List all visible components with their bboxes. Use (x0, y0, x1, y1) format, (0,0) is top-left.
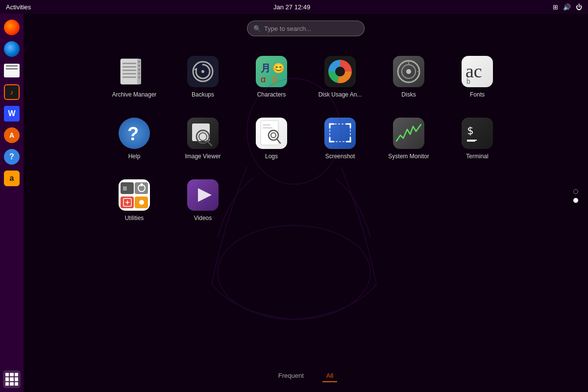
screenshot-label: Screenshot (325, 153, 355, 160)
backups-label: Backups (192, 91, 214, 98)
svg-rect-4 (122, 70, 136, 71)
videos-icon (187, 179, 219, 211)
svg-text:?: ? (127, 123, 139, 144)
svg-rect-8 (138, 61, 140, 63)
sidebar-item-lo-writer[interactable] (2, 104, 22, 123)
archive-manager-icon (119, 56, 150, 87)
svg-marker-14 (194, 68, 197, 72)
search-bar[interactable]: 🔍 (247, 21, 365, 36)
svg-rect-10 (138, 69, 140, 71)
datetime: Jan 27 12:49 (273, 3, 310, 11)
disk-usage-icon (324, 56, 356, 87)
svg-rect-9 (138, 65, 140, 67)
help-label: Help (128, 153, 141, 160)
app-backups[interactable]: Backups (169, 51, 237, 103)
amazon-icon (4, 171, 20, 186)
backups-icon (187, 56, 219, 87)
app-screenshot[interactable]: Screenshot (306, 113, 374, 165)
disks-label: Disks (401, 91, 416, 98)
app-disk-usage[interactable]: Disk Usage An... (306, 51, 374, 103)
app-logs[interactable]: Logs (237, 113, 306, 165)
app-image-viewer[interactable]: Image Viewer (169, 113, 237, 165)
svg-text:b: b (466, 77, 470, 85)
search-icon: 🔍 (253, 25, 261, 32)
svg-point-58 (139, 200, 144, 205)
rhythmbox-icon (4, 84, 20, 100)
videos-label: Videos (194, 215, 212, 221)
disks-icon (393, 56, 424, 87)
app-fonts[interactable]: ac b Fonts (443, 51, 512, 103)
app-utilities[interactable]: ≡ Utilities (100, 174, 169, 226)
app-help[interactable]: ? Help (100, 113, 169, 165)
disk-usage-label: Disk Usage An... (318, 91, 362, 98)
svg-rect-5 (122, 73, 136, 74)
main-area: 🔍 (24, 14, 588, 392)
volume-icon[interactable]: 🔊 (563, 3, 571, 11)
svg-rect-11 (138, 73, 140, 74)
utilities-icon: ≡ (119, 179, 150, 211)
app-system-monitor[interactable]: System Monitor (374, 113, 443, 165)
bottom-tabs: Frequent All (24, 370, 588, 382)
screenshot-icon (324, 118, 356, 149)
svg-rect-40 (330, 124, 350, 142)
terminal-icon: _ $ (462, 118, 493, 149)
logs-icon (256, 118, 287, 149)
svg-point-24 (406, 69, 411, 74)
svg-rect-54 (141, 183, 143, 186)
logs-label: Logs (265, 153, 278, 160)
app-row-1: Archive Manager Backups (100, 46, 512, 108)
app-grid: Archive Manager Backups (100, 46, 512, 392)
topbar: Activities Jan 27 12:49 ⊞ 🔊 ⏻ (0, 0, 588, 14)
help-sidebar-icon (4, 149, 20, 165)
system-monitor-label: System Monitor (388, 153, 429, 160)
terminal-label: Terminal (466, 153, 488, 160)
page-dot-1[interactable] (573, 189, 578, 194)
power-icon[interactable]: ⏻ (576, 3, 582, 11)
archive-manager-label: Archive Manager (112, 91, 157, 98)
tab-frequent[interactable]: Frequent (274, 370, 308, 382)
app-disks[interactable]: Disks (374, 51, 443, 103)
svg-text:😊: 😊 (272, 62, 285, 74)
app-archive-manager[interactable]: Archive Manager (100, 51, 169, 103)
apps-grid-icon (3, 370, 21, 388)
app-characters[interactable]: 月 😊 α β Characters (237, 51, 306, 103)
svg-marker-59 (198, 188, 212, 202)
sidebar-item-firefox[interactable] (2, 18, 22, 37)
image-viewer-icon (187, 118, 219, 149)
app-videos[interactable]: Videos (169, 174, 237, 226)
sidebar-item-thunderbird[interactable] (2, 39, 22, 59)
svg-point-21 (335, 67, 345, 76)
svg-text:β: β (272, 74, 277, 84)
svg-rect-12 (138, 76, 140, 78)
page-dots (573, 189, 578, 203)
system-tray: ⊞ 🔊 ⏻ (553, 3, 582, 11)
image-viewer-label: Image Viewer (185, 153, 220, 160)
fonts-label: Fonts (470, 91, 485, 98)
help-icon: ? (119, 118, 150, 149)
sidebar-item-apps-grid[interactable] (2, 368, 22, 388)
sidebar-item-files[interactable] (2, 61, 22, 80)
page-dot-2[interactable] (573, 198, 578, 203)
svg-rect-3 (122, 66, 136, 68)
svg-rect-2 (122, 63, 136, 64)
svg-text:α: α (261, 74, 266, 84)
sidebar-item-rhythmbox[interactable] (2, 82, 22, 102)
svg-line-33 (207, 141, 212, 146)
sidebar-item-amazon[interactable] (2, 169, 22, 188)
thunderbird-icon (4, 41, 20, 57)
svg-rect-38 (263, 124, 270, 125)
svg-text:≡: ≡ (122, 184, 127, 193)
fonts-icon: ac b (462, 56, 493, 87)
utilities-label: Utilities (125, 215, 144, 221)
search-input[interactable] (264, 25, 358, 32)
app-terminal[interactable]: _ $ Terminal (443, 113, 512, 165)
characters-label: Characters (257, 91, 286, 98)
lo-writer-icon (4, 106, 20, 122)
network-icon[interactable]: ⊞ (553, 3, 558, 11)
sidebar-item-help[interactable] (2, 147, 22, 167)
svg-rect-39 (263, 127, 272, 128)
activities-label[interactable]: Activities (6, 3, 31, 11)
svg-text:月: 月 (261, 63, 270, 74)
sidebar-item-appcenter[interactable] (2, 125, 22, 145)
tab-all[interactable]: All (322, 370, 337, 382)
